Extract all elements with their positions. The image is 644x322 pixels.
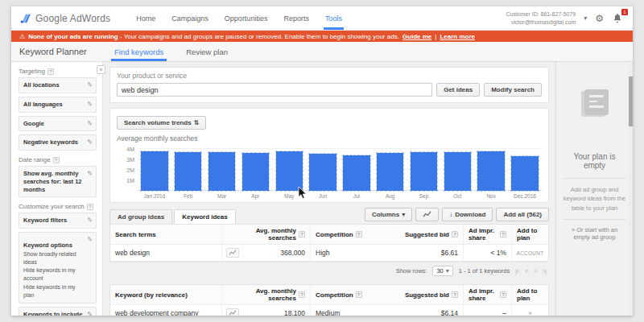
trend-graph-button[interactable] [226, 248, 239, 258]
account-caret-icon[interactable]: ▾ [584, 14, 587, 22]
help-icon[interactable]: ? [500, 291, 506, 298]
sidebar-item-date-range[interactable]: Show avg. monthly searches for: last 12 … [19, 166, 97, 197]
chart-bar[interactable] [511, 156, 538, 191]
chart-bar[interactable] [377, 153, 403, 191]
header-avg-searches[interactable]: Avg. monthly searches? [242, 225, 310, 244]
help-icon[interactable]: ? [500, 231, 506, 237]
table-header-row: Keyword (by relevance) Avg. monthly sear… [110, 285, 548, 305]
top-navbar: Google AdWords Home Campaigns Opportunit… [11, 6, 633, 31]
nav-item-campaigns[interactable]: Campaigns [163, 6, 217, 30]
tab-review-plan[interactable]: Review plan [175, 42, 239, 61]
header-keyword-relevance[interactable]: Keyword (by relevance) [110, 289, 221, 301]
first-page-button[interactable]: |< [515, 267, 519, 275]
chart-bar[interactable] [141, 151, 167, 191]
notification-badge: 1 [621, 9, 628, 15]
prev-page-button[interactable]: < [525, 267, 528, 275]
edit-pencil-icon[interactable]: ✎ [87, 217, 93, 225]
chart-view-button[interactable] [415, 208, 439, 221]
chart-bar[interactable] [477, 151, 504, 191]
edit-pencil-icon[interactable]: ✎ [87, 120, 93, 128]
download-button[interactable]: ↓ Download [442, 208, 493, 221]
avg-searches-cell: 368,000 [242, 246, 310, 259]
modify-search-button[interactable]: Modify search [484, 83, 542, 97]
plan-panel: Your plan is empty Add ad group and keyw… [555, 62, 633, 316]
help-icon[interactable]: ? [299, 291, 305, 298]
next-page-button[interactable]: > [534, 267, 537, 275]
edit-pencil-icon[interactable]: ✎ [87, 101, 93, 109]
product-service-input[interactable] [117, 83, 432, 97]
chart-bar[interactable] [175, 152, 201, 191]
chart-bar[interactable] [444, 152, 471, 191]
sidebar-item-keywords-to-include[interactable]: Keywords to include ✎ [19, 307, 97, 316]
empty-plan-icon [581, 89, 609, 118]
tab-ad-group-ideas[interactable]: Ad group ideas [109, 209, 172, 224]
chart-bar[interactable] [411, 152, 437, 191]
chart-bar[interactable] [343, 155, 369, 191]
sidebar-item-all-languages[interactable]: All languages ✎ [19, 97, 97, 113]
caret-down-icon: ▾ [402, 211, 405, 218]
columns-button[interactable]: Columns ▾ [365, 208, 412, 221]
chart-bar[interactable] [276, 151, 303, 191]
sidebar-collapse-button[interactable]: « [97, 65, 105, 74]
chart-y-tick: 3M [126, 156, 134, 162]
help-icon[interactable]: ? [53, 157, 60, 163]
chart-bar-label: Aug [374, 191, 407, 199]
nav-item-tools[interactable]: Tools [317, 6, 350, 30]
help-icon[interactable]: ? [87, 204, 93, 210]
adwords-brand[interactable]: Google AdWords [19, 13, 110, 24]
help-icon[interactable]: ? [47, 68, 54, 75]
edit-pencil-icon[interactable]: ✎ [87, 81, 93, 89]
trend-graph-button[interactable] [226, 308, 239, 316]
results-toolbar: Ad group ideas Keyword ideas Columns ▾ [109, 208, 549, 224]
edit-pencil-icon[interactable]: ✎ [87, 170, 93, 193]
header-competition[interactable]: Competition? [310, 285, 379, 304]
nav-item-reports[interactable]: Reports [275, 6, 317, 30]
header-suggested-bid[interactable]: Suggested bid? [379, 229, 463, 241]
sidebar-item-google[interactable]: Google ✎ [19, 116, 97, 132]
last-page-button[interactable]: >| [542, 267, 546, 275]
help-icon[interactable]: ? [299, 231, 305, 237]
header-suggested-bid[interactable]: Suggested bid? [379, 289, 463, 301]
sidebar-item-keyword-options[interactable]: Keyword options Show broadly related ide… [19, 232, 97, 303]
help-icon[interactable]: ? [452, 291, 458, 298]
learn-more-link[interactable]: Learn more [440, 33, 475, 40]
nav-item-opportunities[interactable]: Opportunities [217, 6, 276, 30]
sidebar-item-negative-keywords[interactable]: Negative keywords ✎ [19, 134, 97, 151]
tab-keyword-ideas[interactable]: Keyword ideas [174, 209, 235, 224]
header-avg-searches[interactable]: Avg. monthly searches? [242, 285, 310, 304]
header-label: Suggested bid [405, 291, 449, 299]
add-to-plan-button[interactable]: » [528, 309, 532, 316]
help-icon[interactable]: ? [452, 231, 458, 237]
add-all-button[interactable]: Add all (562) [496, 208, 549, 221]
nav-item-home[interactable]: Home [128, 6, 163, 30]
edit-pencil-icon[interactable]: ✎ [87, 236, 93, 299]
edit-pencil-icon[interactable]: ✎ [87, 311, 93, 316]
gear-icon[interactable]: ⚙ [595, 13, 604, 24]
chart-bar[interactable] [208, 152, 235, 191]
search-volume-trends-dropdown[interactable]: Search volume trends ⇅ [117, 116, 206, 130]
get-ideas-button[interactable]: Get ideas [436, 83, 480, 97]
rows-per-page-dropdown[interactable]: 30 ▾ [432, 266, 452, 276]
header-search-terms[interactable]: Search terms [110, 229, 221, 241]
start-empty-ad-group-link[interactable]: » Or start with an empty ad group [563, 219, 626, 247]
tab-find-keywords[interactable]: Find keywords [103, 42, 175, 61]
header-add-to-plan: Add to plan [511, 285, 548, 304]
header-ad-impr-share[interactable]: Ad impr. share? [463, 285, 511, 304]
edit-pencil-icon[interactable]: ✎ [87, 138, 93, 147]
chart-bar[interactable] [309, 154, 336, 191]
search-field-label: Your product or service [117, 72, 542, 80]
chart-title: Average monthly searches [117, 134, 542, 142]
sidebar-item-keyword-filters[interactable]: Keyword filters ✎ [19, 213, 97, 229]
help-icon[interactable]: ? [356, 291, 362, 298]
header-ad-impr-share[interactable]: Ad impr. share? [463, 225, 511, 244]
header-competition[interactable]: Competition? [310, 225, 379, 244]
item-label: Show avg. monthly searches for: last 12 … [23, 170, 85, 193]
chart-bar[interactable] [242, 153, 269, 191]
keyword-ideas-table: Keyword (by relevance) Avg. monthly sear… [109, 284, 549, 316]
sidebar-item-all-locations[interactable]: All locations ✎ [19, 77, 97, 93]
guide-me-link[interactable]: Guide me [402, 33, 431, 40]
help-icon[interactable]: ? [356, 231, 362, 237]
notifications-bell[interactable]: 1 [612, 12, 625, 25]
scrollbar-thumb[interactable] [629, 76, 633, 126]
vertical-scrollbar[interactable] [629, 62, 633, 316]
